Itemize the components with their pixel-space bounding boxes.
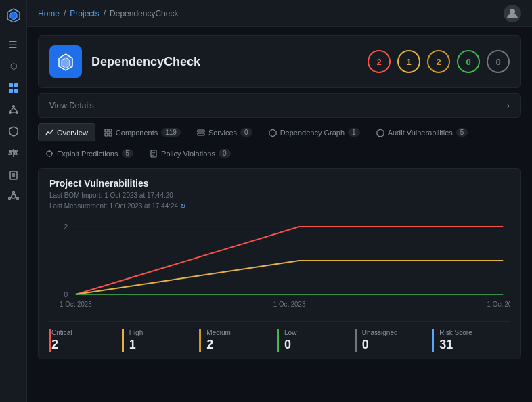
stat-unassigned-label: Unassigned: [362, 329, 427, 336]
breadcrumb: Home / Projects / DependencyCheck: [38, 9, 178, 18]
high-line: [76, 261, 503, 294]
svg-point-17: [12, 194, 16, 198]
content-area: DependencyCheck 2 1 2 0 0: [27, 27, 532, 402]
menu-icon[interactable]: ☰: [4, 35, 23, 54]
chart-meta: Last BOM Import: 1 Oct 2023 at 17:44:20 …: [49, 190, 510, 212]
stat-unassigned: Unassigned 0: [355, 329, 433, 352]
svg-text:1 Oct 2023: 1 Oct 2023: [487, 300, 510, 308]
vuln-chart-svg: 2 0 1 Oct 2023 1 Oct 2023 1 Oct 2023: [49, 220, 510, 315]
badge-unassigned: 0: [487, 50, 510, 73]
stat-risk-value: 31: [439, 338, 504, 352]
breadcrumb-projects[interactable]: Projects: [70, 9, 99, 18]
stat-low-value: 0: [284, 338, 349, 352]
svg-rect-27: [105, 129, 108, 132]
svg-line-23: [10, 197, 12, 198]
last-measurement-label: Last Measurement:: [49, 202, 108, 210]
clipboard-sidebar-icon[interactable]: [4, 165, 23, 184]
sidebar: ☰ ⬡: [0, 0, 27, 402]
chart-card: Project Vulnerabilities Last BOM Import:…: [38, 168, 521, 359]
tab-overview[interactable]: Overview: [38, 123, 95, 141]
tab-dependency-graph[interactable]: Dependency Graph 1: [261, 123, 368, 141]
svg-rect-29: [105, 133, 108, 136]
badge-low: 0: [457, 50, 480, 73]
shield-sidebar-icon[interactable]: [4, 122, 23, 141]
svg-rect-28: [109, 129, 112, 132]
tab-services[interactable]: Services 0: [190, 123, 260, 141]
topbar: Home / Projects / DependencyCheck: [27, 0, 532, 27]
svg-marker-26: [62, 58, 70, 68]
main-content: Home / Projects / DependencyCheck De: [27, 0, 532, 402]
badge-medium: 2: [427, 50, 450, 73]
project-icon: [49, 45, 82, 78]
stat-critical-label: Critical: [51, 329, 116, 336]
svg-rect-30: [109, 133, 112, 136]
svg-point-6: [12, 105, 15, 108]
refresh-icon[interactable]: ↻: [180, 202, 185, 210]
app-logo: [4, 5, 23, 24]
chart-container: 2 0 1 Oct 2023 1 Oct 2023 1 Oct 2023: [49, 220, 510, 315]
last-bom-import-value: 1 Oct 2023 at 17:44:20: [104, 192, 173, 199]
svg-marker-33: [269, 129, 276, 137]
svg-rect-14: [10, 171, 17, 179]
breadcrumb-home[interactable]: Home: [38, 9, 60, 18]
stat-low: Low 0: [277, 329, 355, 352]
svg-point-18: [12, 192, 14, 194]
stat-medium: Medium 2: [199, 329, 277, 352]
tab-audit-vulnerabilities[interactable]: Audit Vulnerabilities 5: [369, 123, 476, 141]
last-bom-import-label: Last BOM Import:: [49, 192, 102, 199]
breadcrumb-sep2: /: [104, 9, 106, 18]
user-avatar[interactable]: [504, 5, 521, 22]
stat-medium-label: Medium: [206, 329, 271, 336]
breadcrumb-sep1: /: [64, 9, 66, 18]
svg-point-19: [16, 198, 18, 200]
view-details-label: View Details: [49, 101, 94, 110]
svg-point-20: [8, 198, 10, 200]
svg-rect-5: [14, 89, 18, 93]
project-name: DependencyCheck: [91, 55, 200, 69]
network-sidebar-icon[interactable]: [4, 187, 23, 206]
stat-unassigned-value: 0: [362, 338, 427, 352]
svg-rect-2: [9, 83, 13, 87]
scale-sidebar-icon[interactable]: [4, 143, 23, 162]
last-measurement-value: 1 Oct 2023 at 17:44:24: [109, 202, 178, 210]
svg-rect-4: [9, 89, 13, 93]
view-details-bar[interactable]: View Details ›: [38, 93, 521, 118]
badge-high: 1: [397, 50, 420, 73]
svg-line-9: [10, 108, 14, 111]
stat-high-value: 1: [129, 338, 194, 352]
tab-components[interactable]: Components 119: [97, 123, 188, 141]
svg-rect-3: [14, 83, 18, 87]
svg-text:0: 0: [64, 290, 68, 298]
svg-line-22: [16, 197, 17, 198]
breadcrumb-current: DependencyCheck: [110, 9, 178, 18]
view-details-chevron: ›: [507, 101, 510, 110]
project-header: DependencyCheck 2 1 2 0 0: [38, 35, 521, 88]
stat-risk-label: Risk Score: [439, 329, 504, 336]
stat-critical-value: 2: [51, 338, 116, 352]
stat-risk-score: Risk Score 31: [432, 329, 510, 352]
svg-marker-1: [10, 12, 17, 20]
svg-rect-32: [198, 133, 204, 135]
stat-medium-value: 2: [206, 338, 271, 352]
severity-badges: 2 1 2 0 0: [368, 50, 510, 73]
tab-policy-violations[interactable]: Policy Violations 0: [142, 144, 238, 162]
svg-rect-31: [198, 130, 204, 132]
badge-critical: 2: [368, 50, 391, 73]
chart-title: Project Vulnerabilities: [49, 178, 510, 189]
svg-text:1 Oct 2023: 1 Oct 2023: [60, 300, 92, 308]
dashboard-icon[interactable]: ⬡: [4, 57, 23, 76]
project-info: DependencyCheck: [49, 45, 200, 78]
tabs-container: Overview Components 119 Services 0 Depen…: [38, 123, 521, 162]
svg-point-24: [510, 9, 515, 14]
projects-sidebar-icon[interactable]: [4, 79, 23, 97]
stat-high-label: High: [129, 329, 194, 336]
svg-text:1 Oct 2023: 1 Oct 2023: [273, 300, 306, 308]
tab-exploit-predictions[interactable]: Exploit Predictions 5: [38, 144, 141, 162]
svg-line-10: [14, 108, 17, 111]
stat-high: High 1: [122, 329, 200, 352]
stats-row: Critical 2 High 1 Medium 2 Low 0 Unassig…: [49, 321, 510, 352]
components-sidebar-icon[interactable]: [4, 100, 23, 119]
stat-critical: Critical 2: [49, 329, 122, 352]
svg-text:2: 2: [64, 223, 68, 231]
stat-low-label: Low: [284, 329, 349, 336]
